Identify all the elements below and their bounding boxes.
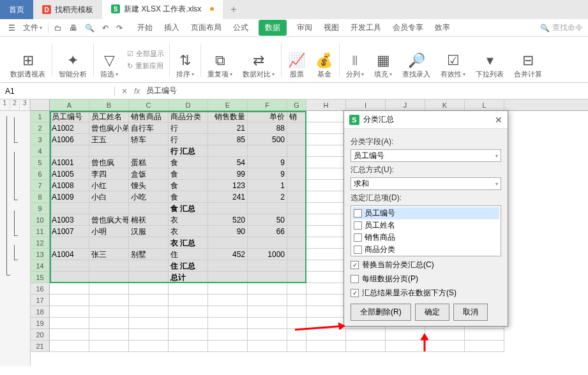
cell[interactable]: A1007 xyxy=(50,226,89,237)
showall-button[interactable]: ☑ 全部显示 xyxy=(127,49,164,59)
cell[interactable]: 住 xyxy=(169,249,208,260)
cell[interactable] xyxy=(169,283,208,295)
cell[interactable] xyxy=(465,329,504,341)
row-header[interactable]: 16 xyxy=(31,283,50,295)
cell[interactable]: 单价 xyxy=(248,111,287,122)
list-item[interactable]: 员工编号 xyxy=(352,207,499,219)
cell[interactable] xyxy=(89,260,129,272)
cell[interactable] xyxy=(89,145,129,157)
cell[interactable] xyxy=(50,318,89,329)
row-header[interactable]: 14 xyxy=(31,260,50,272)
cell[interactable] xyxy=(248,295,287,306)
tab-data[interactable]: 数据 xyxy=(259,20,287,36)
tab-templates[interactable]: D 找稻壳模板 xyxy=(33,0,102,19)
cell[interactable] xyxy=(248,341,287,352)
tab-formula[interactable]: 公式 xyxy=(232,20,250,36)
cell[interactable] xyxy=(465,341,504,352)
cell[interactable] xyxy=(129,295,169,306)
cell[interactable] xyxy=(287,168,306,180)
cell[interactable]: 员工编号 xyxy=(50,111,89,122)
search-command[interactable]: 🔍 查找命令 xyxy=(540,22,583,33)
cell[interactable] xyxy=(50,272,89,283)
cell[interactable]: 衣 汇总 xyxy=(169,237,208,249)
row-header[interactable]: 1 xyxy=(31,111,50,122)
cell[interactable]: 500 xyxy=(248,134,287,145)
tab-efficiency[interactable]: 效率 xyxy=(433,20,451,36)
row-header[interactable]: 15 xyxy=(31,272,50,283)
cell[interactable] xyxy=(346,341,386,352)
split-button[interactable]: ⫴分列▾ xyxy=(341,41,369,79)
remove-all-button[interactable]: 全部删除(R) xyxy=(351,304,411,321)
select-all-corner[interactable] xyxy=(31,99,50,110)
outline-column[interactable]: 1 2 3 xyxy=(0,99,31,366)
fill-button[interactable]: ▦填充▾ xyxy=(369,41,397,79)
cell[interactable] xyxy=(248,283,287,295)
cell[interactable] xyxy=(425,329,465,341)
cell[interactable] xyxy=(287,214,306,226)
col-E[interactable]: E xyxy=(208,99,248,110)
cell[interactable]: 行 xyxy=(169,134,208,145)
cell[interactable] xyxy=(208,329,248,341)
cancel-icon[interactable]: ✕ xyxy=(121,87,128,96)
cell[interactable]: 行 汇总 xyxy=(169,145,208,157)
list-item[interactable]: 商品分类 xyxy=(352,244,499,256)
cell[interactable]: A1001 xyxy=(50,157,89,168)
cell[interactable] xyxy=(306,180,346,191)
cell[interactable]: 轿车 xyxy=(129,134,169,145)
cell[interactable] xyxy=(129,272,169,283)
chk-below[interactable]: ✓汇总结果显示在数据下方(S) xyxy=(351,288,501,298)
cell[interactable] xyxy=(208,306,248,318)
cell[interactable]: A1004 xyxy=(50,249,89,260)
cell[interactable] xyxy=(248,203,287,214)
droplist-button[interactable]: ▾下拉列表 xyxy=(471,41,509,79)
cell[interactable]: 9 xyxy=(248,157,287,168)
cell[interactable]: 曾也疯 xyxy=(89,157,129,168)
cell[interactable]: 123 xyxy=(208,180,248,191)
cell[interactable]: 销 xyxy=(287,111,306,122)
cell[interactable] xyxy=(50,203,89,214)
tab-home[interactable]: 首页 xyxy=(0,0,33,19)
cell[interactable]: 21 xyxy=(208,122,248,134)
fund-button[interactable]: 💰基金 xyxy=(310,41,338,79)
cell[interactable] xyxy=(287,237,306,249)
redo-icon[interactable]: ↷ xyxy=(113,22,126,34)
cell[interactable] xyxy=(248,318,287,329)
col-L[interactable]: L xyxy=(465,99,504,110)
list-item[interactable]: 员工姓名 xyxy=(352,219,499,232)
cell[interactable] xyxy=(129,306,169,318)
row-header[interactable]: 18 xyxy=(31,306,50,318)
cell[interactable] xyxy=(129,237,169,249)
cell[interactable] xyxy=(306,260,346,272)
cell[interactable]: 520 xyxy=(208,214,248,226)
undo-icon[interactable]: ↶ xyxy=(99,22,112,34)
cell[interactable] xyxy=(306,168,346,180)
cell[interactable]: 小吃 xyxy=(129,191,169,203)
cell[interactable] xyxy=(287,122,306,134)
row-header[interactable]: 19 xyxy=(31,318,50,329)
cell[interactable] xyxy=(169,306,208,318)
chk-pagebreak[interactable]: 每组数据分页(P) xyxy=(351,274,501,284)
cell[interactable]: 小白 xyxy=(89,191,129,203)
cell[interactable] xyxy=(287,180,306,191)
cell[interactable]: 馒头 xyxy=(129,180,169,191)
cell[interactable] xyxy=(208,237,248,249)
cell[interactable] xyxy=(89,318,129,329)
cell[interactable] xyxy=(248,145,287,157)
tab-vip[interactable]: 会员专享 xyxy=(391,20,425,36)
row-header[interactable]: 10 xyxy=(31,214,50,226)
menu-hamburger[interactable]: ☰ xyxy=(5,22,19,34)
cell[interactable] xyxy=(129,283,169,295)
cell[interactable]: 商品分类 xyxy=(169,111,208,122)
cell[interactable] xyxy=(287,341,306,352)
compare-button[interactable]: ⇄数据对比▾ xyxy=(237,41,280,79)
cell[interactable] xyxy=(287,260,306,272)
outline-level-3[interactable]: 3 xyxy=(20,99,30,110)
cell[interactable] xyxy=(50,341,89,352)
cell[interactable]: 总计 xyxy=(169,272,208,283)
cell[interactable] xyxy=(287,295,306,306)
cell[interactable]: A1005 xyxy=(50,168,89,180)
cell[interactable] xyxy=(287,283,306,295)
col-F[interactable]: F xyxy=(248,99,287,110)
cell[interactable] xyxy=(129,341,169,352)
row-header[interactable]: 9 xyxy=(31,203,50,214)
